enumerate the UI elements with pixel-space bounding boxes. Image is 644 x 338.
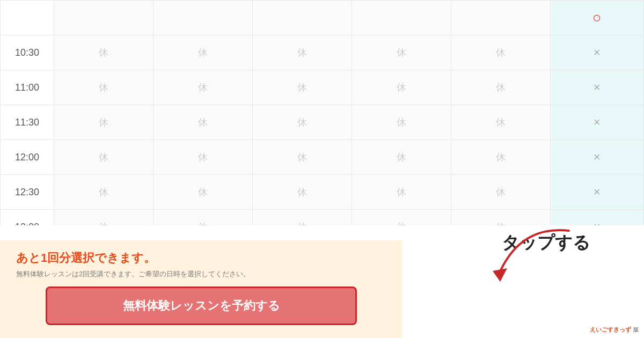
x-mark-icon: × <box>594 150 601 164</box>
cell-r1-c1: 休 <box>54 70 153 105</box>
cell-r4-c6[interactable]: × <box>550 175 643 210</box>
cell-r5-c4: 休 <box>352 210 451 226</box>
cell-r5-c3: 休 <box>252 210 352 226</box>
x-mark-icon: × <box>594 220 601 225</box>
cell-top-2 <box>153 1 252 35</box>
time-label: 12:30 <box>1 175 54 210</box>
cell-r5-c1: 休 <box>54 210 153 226</box>
cell-top-4 <box>352 1 451 35</box>
cell-r1-c6[interactable]: × <box>550 70 643 105</box>
cell-top-3 <box>252 1 352 35</box>
table-row-top: ○ <box>1 1 644 35</box>
table-row: 11:00 休 休 休 休 休 × <box>1 70 644 105</box>
table-row: 10:30 休 休 休 休 休 × <box>1 35 644 70</box>
x-mark-icon: × <box>594 185 601 199</box>
cell-r3-c6[interactable]: × <box>550 140 643 175</box>
logo-watermark: えいごすきっず 版 <box>590 325 639 334</box>
bottom-notification-bar: あと1回分選択できます。 無料体験レッスンは2回受講できます。ご希望の日時を選択… <box>0 240 402 338</box>
time-label: 12:00 <box>1 140 54 175</box>
time-cell-top <box>1 1 54 35</box>
selection-remaining-text: あと1回分選択できます。 <box>16 250 386 266</box>
cell-r4-c3: 休 <box>252 175 352 210</box>
cell-r0-c3: 休 <box>252 35 352 70</box>
cell-r0-c1: 休 <box>54 35 153 70</box>
x-mark-icon: × <box>594 46 601 59</box>
cell-r3-c4: 休 <box>352 140 451 175</box>
cell-r1-c3: 休 <box>252 70 352 105</box>
time-label: 11:00 <box>1 70 54 105</box>
cell-r1-c5: 休 <box>451 70 550 105</box>
cell-r4-c4: 休 <box>352 175 451 210</box>
cell-r3-c1: 休 <box>54 140 153 175</box>
reserve-button[interactable]: 無料体験レッスンを予約する <box>46 286 357 325</box>
cell-top-5 <box>451 1 550 35</box>
schedule-table: ○ 10:30 休 休 休 休 休 × 11:00 休 休 休 休 休 × <box>0 0 644 225</box>
table-row: 12:00 休 休 休 休 休 × <box>1 140 644 175</box>
svg-marker-0 <box>493 268 507 282</box>
cell-r1-c4: 休 <box>352 70 451 105</box>
cell-r2-c4: 休 <box>352 105 451 140</box>
cell-r0-c5: 休 <box>451 35 550 70</box>
cell-r4-c5: 休 <box>451 175 550 210</box>
circle-icon: ○ <box>592 9 602 26</box>
cell-r1-c2: 休 <box>153 70 252 105</box>
cell-r4-c1: 休 <box>54 175 153 210</box>
cell-r2-c2: 休 <box>153 105 252 140</box>
cell-r4-c2: 休 <box>153 175 252 210</box>
cell-r2-c6[interactable]: × <box>550 105 643 140</box>
cell-top-6[interactable]: ○ <box>550 1 643 35</box>
cell-r0-c6[interactable]: × <box>550 35 643 70</box>
time-label: 10:30 <box>1 35 54 70</box>
selection-sub-text: 無料体験レッスンは2回受講できます。ご希望の日時を選択してください。 <box>16 269 386 279</box>
cell-r2-c5: 休 <box>451 105 550 140</box>
table-row: 12:30 休 休 休 休 休 × <box>1 175 644 210</box>
tap-arrow-icon <box>478 220 585 290</box>
cell-r3-c5: 休 <box>451 140 550 175</box>
x-mark-icon: × <box>594 80 601 94</box>
cell-r5-c2: 休 <box>153 210 252 226</box>
x-mark-icon: × <box>594 115 601 129</box>
cell-r2-c3: 休 <box>252 105 352 140</box>
cell-r0-c2: 休 <box>153 35 252 70</box>
time-label: 13:00 <box>1 210 54 226</box>
cell-r0-c4: 休 <box>352 35 451 70</box>
time-label: 11:30 <box>1 105 54 140</box>
cell-r3-c3: 休 <box>252 140 352 175</box>
table-row: 11:30 休 休 休 休 休 × <box>1 105 644 140</box>
cell-r2-c1: 休 <box>54 105 153 140</box>
cell-top-1 <box>54 1 153 35</box>
cell-r3-c2: 休 <box>153 140 252 175</box>
schedule-table-wrapper: ○ 10:30 休 休 休 休 休 × 11:00 休 休 休 休 休 × <box>0 0 644 225</box>
